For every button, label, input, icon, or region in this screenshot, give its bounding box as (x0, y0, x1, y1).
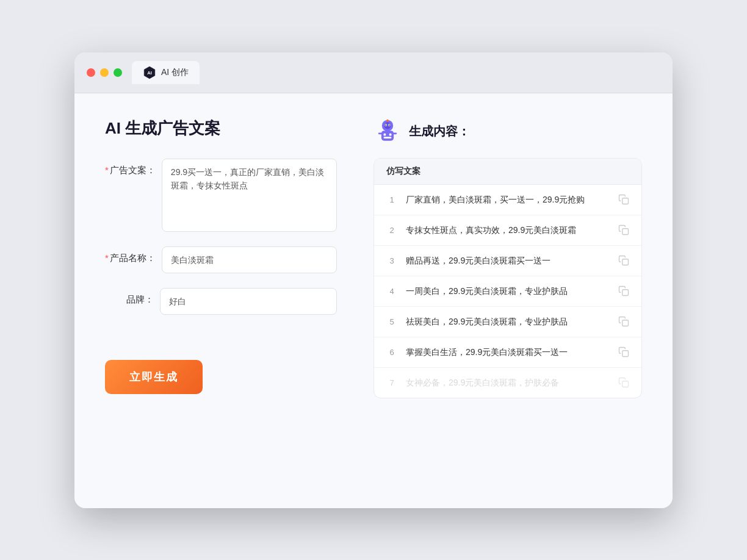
ad-copy-input[interactable] (162, 159, 337, 232)
result-row: 6 掌握美白生活，29.9元美白淡斑霜买一送一 (374, 337, 641, 368)
result-num: 2 (386, 226, 397, 235)
ai-tab-icon: AI (143, 66, 156, 79)
ad-copy-label: *广告文案： (105, 159, 156, 176)
result-num: 5 (386, 317, 397, 326)
svg-rect-17 (622, 229, 629, 235)
product-name-label: *产品名称： (105, 246, 156, 264)
brand-label: 品牌： (105, 288, 154, 306)
generate-button[interactable]: 立即生成 (105, 360, 203, 394)
result-text: 祛斑美白，29.9元美白淡斑霜，专业护肤品 (406, 315, 610, 328)
copy-icon[interactable] (618, 255, 629, 266)
result-num: 3 (386, 256, 397, 265)
traffic-light-red[interactable] (87, 68, 95, 77)
right-title: 生成内容： (409, 123, 470, 140)
ad-copy-group: *广告文案： (105, 159, 337, 232)
result-row: 5 祛斑美白，29.9元美白淡斑霜，专业护肤品 (374, 307, 641, 337)
product-name-group: *产品名称： (105, 246, 337, 273)
result-text: 专抹女性斑点，真实功效，29.9元美白淡斑霜 (406, 224, 610, 237)
browser-content: AI 生成广告文案 *广告文案： *产品名称： 品 (74, 93, 673, 508)
bot-icon (374, 118, 402, 146)
result-text: 一周美白，29.9元美白淡斑霜，专业护肤品 (406, 285, 610, 298)
svg-rect-19 (622, 290, 629, 296)
svg-rect-21 (622, 351, 629, 357)
result-rows-container: 1 厂家直销，美白淡斑霜，买一送一，29.9元抢购 2 专抹女性斑点，真实功效，… (374, 185, 641, 398)
svg-point-7 (389, 124, 390, 126)
svg-rect-8 (381, 131, 394, 141)
copy-icon[interactable] (618, 377, 629, 388)
copy-icon[interactable] (618, 194, 629, 205)
result-num: 7 (386, 378, 397, 387)
copy-icon[interactable] (618, 346, 629, 357)
result-num: 6 (386, 348, 397, 357)
result-table-header: 仿写文案 (374, 159, 641, 185)
browser-tab[interactable]: AI AI 创作 (132, 61, 200, 84)
traffic-light-green[interactable] (114, 68, 122, 77)
product-name-required: * (105, 253, 109, 263)
ad-copy-required: * (105, 165, 109, 175)
main-layout: AI 生成广告文案 *广告文案： *产品名称： 品 (105, 118, 642, 398)
page-title: AI 生成广告文案 (105, 118, 337, 139)
browser-window: AI AI 创作 AI 生成广告文案 *广告文案： *产品 (74, 52, 673, 508)
traffic-light-yellow[interactable] (100, 68, 109, 77)
svg-rect-11 (384, 137, 392, 138)
browser-titlebar: AI AI 创作 (74, 52, 673, 93)
copy-icon[interactable] (618, 224, 629, 235)
right-panel: 生成内容： 仿写文案 1 厂家直销，美白淡斑霜，买一送一，29.9元抢购 2 专… (374, 118, 642, 398)
svg-rect-16 (622, 198, 629, 204)
brand-group: 品牌： (105, 288, 337, 315)
svg-rect-9 (384, 133, 386, 135)
result-row: 1 厂家直销，美白淡斑霜，买一送一，29.9元抢购 (374, 185, 641, 215)
traffic-lights (87, 68, 122, 77)
copy-icon[interactable] (618, 316, 629, 327)
result-row: 4 一周美白，29.9元美白淡斑霜，专业护肤品 (374, 276, 641, 307)
tab-label: AI 创作 (161, 67, 189, 78)
result-text: 厂家直销，美白淡斑霜，买一送一，29.9元抢购 (406, 193, 610, 206)
brand-input[interactable] (160, 288, 337, 315)
svg-point-6 (385, 124, 386, 126)
svg-rect-20 (622, 320, 629, 326)
left-panel: AI 生成广告文案 *广告文案： *产品名称： 品 (105, 118, 337, 395)
result-num: 4 (386, 287, 397, 296)
result-row: 7 女神必备，29.9元美白淡斑霜，护肤必备 (374, 368, 641, 398)
svg-text:AI: AI (147, 70, 152, 76)
right-header: 生成内容： (374, 118, 642, 146)
result-text: 掌握美白生活，29.9元美白淡斑霜买一送一 (406, 346, 610, 359)
svg-rect-22 (622, 381, 629, 387)
svg-rect-10 (389, 133, 392, 135)
result-num: 1 (386, 195, 397, 204)
product-name-input[interactable] (162, 246, 337, 273)
svg-rect-18 (622, 259, 629, 265)
result-text: 赠品再送，29.9元美白淡斑霜买一送一 (406, 254, 610, 267)
copy-icon[interactable] (618, 285, 629, 296)
result-row: 3 赠品再送，29.9元美白淡斑霜买一送一 (374, 246, 641, 276)
result-text: 女神必备，29.9元美白淡斑霜，护肤必备 (406, 376, 610, 389)
result-row: 2 专抹女性斑点，真实功效，29.9元美白淡斑霜 (374, 215, 641, 246)
result-table: 仿写文案 1 厂家直销，美白淡斑霜，买一送一，29.9元抢购 2 专抹女性斑点，… (374, 158, 642, 398)
